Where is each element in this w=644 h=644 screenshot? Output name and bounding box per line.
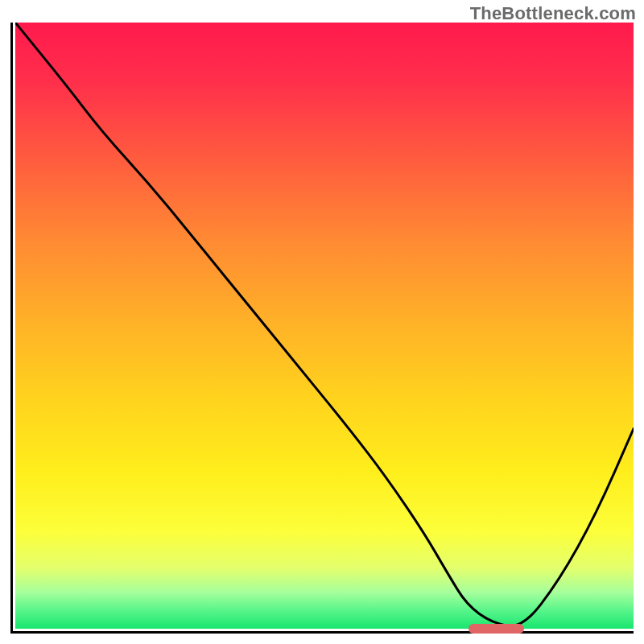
bottleneck-curve-path: [15, 23, 634, 626]
watermark-text: TheBottleneck.com: [470, 3, 636, 24]
optimal-marker: [469, 624, 524, 634]
chart-frame: TheBottleneck.com: [0, 0, 644, 644]
curve-svg: [15, 23, 634, 629]
plot-area: [10, 23, 634, 634]
